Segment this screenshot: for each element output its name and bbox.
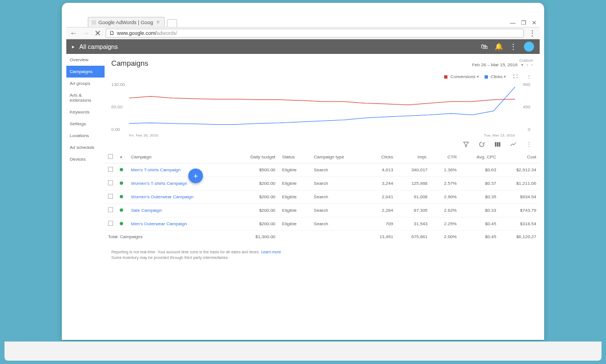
column-header[interactable]: Campaign type: [310, 151, 365, 163]
cell-ctr: 2.57%: [431, 177, 460, 190]
date-range-label: Custom: [472, 58, 533, 62]
status-dot-icon: [120, 208, 123, 212]
tab-close-icon[interactable]: ×: [155, 19, 161, 25]
sidebar-item-keywords[interactable]: Keywords: [66, 106, 105, 118]
expand-chart-icon[interactable]: ⛶: [512, 74, 519, 79]
svg-text:Tue, Mar 15, 2016: Tue, Mar 15, 2016: [484, 133, 515, 137]
legend-conversions[interactable]: Conversions ▾: [444, 74, 478, 79]
app-menu-icon[interactable]: ⋮: [509, 43, 517, 51]
column-header[interactable]: CTR: [431, 151, 460, 163]
window-maximize[interactable]: ❐: [521, 20, 526, 26]
svg-rect-8: [495, 142, 497, 147]
column-header[interactable]: Cost: [500, 151, 540, 163]
chart-menu-icon[interactable]: ⋮: [525, 74, 533, 79]
cell-cost: $934.54: [500, 190, 540, 204]
sidebar-item-ad-groups[interactable]: Ad groups: [66, 78, 105, 89]
refresh-icon[interactable]: [478, 141, 486, 148]
column-header[interactable]: Daily budget: [231, 151, 279, 163]
table-menu-icon[interactable]: ⋮: [525, 141, 533, 148]
briefcase-icon[interactable]: 🛍: [480, 43, 488, 51]
add-campaign-fab[interactable]: +: [188, 169, 203, 183]
back-button[interactable]: ←: [70, 29, 78, 38]
new-tab-button[interactable]: [167, 19, 177, 27]
status-dot-icon: [120, 195, 123, 198]
cell-impr: 31,543: [396, 217, 431, 231]
campaign-link[interactable]: Women's Outerwear Campaign: [131, 194, 193, 199]
sidebar-item-locations[interactable]: Locations: [66, 130, 105, 142]
url-path: adwords/: [157, 30, 178, 36]
chart: 130.00 65.00 0.00 900 450 0 Fri, Feb 26,…: [105, 81, 540, 138]
cell-ctr: 2.25%: [431, 217, 460, 231]
cell-budget: $200.00: [231, 204, 279, 217]
sidebar-toggle-icon[interactable]: ▸: [72, 44, 75, 49]
tab-title: Google AdWords | Goog: [98, 20, 153, 25]
column-header[interactable]: Clicks: [366, 151, 397, 163]
svg-text:0.00: 0.00: [111, 127, 120, 131]
date-range-picker[interactable]: Feb 26 – Mar 15, 2016: [472, 62, 518, 67]
cell-impr: 91,008: [396, 190, 431, 204]
date-dropdown-icon[interactable]: ▾: [521, 62, 523, 67]
campaign-link[interactable]: Men's T-shirts Campaign: [131, 167, 180, 172]
table-row: Sale Campaign $200.00 Eligible Search 2,…: [105, 204, 540, 217]
campaign-link[interactable]: Women's T-shirts Campaign: [131, 181, 187, 186]
avatar[interactable]: [524, 42, 534, 52]
column-header[interactable]: Impr.: [396, 151, 431, 163]
select-all-checkbox[interactable]: [108, 154, 113, 159]
secure-icon: 🗋: [110, 30, 115, 36]
forward-button[interactable]: →: [82, 29, 90, 38]
sidebar-item-ad-schedule[interactable]: Ad schedule: [66, 142, 105, 153]
column-header[interactable]: [105, 151, 116, 163]
legend-clicks[interactable]: Clicks ▾: [485, 74, 506, 79]
cell-cpc: $0.45: [460, 217, 499, 231]
filter-icon[interactable]: [462, 141, 470, 148]
cell-status: Eligible: [279, 190, 311, 204]
column-header[interactable]: ●: [116, 151, 128, 163]
cell-ctr: 1.36%: [431, 163, 460, 177]
row-checkbox[interactable]: [108, 180, 113, 185]
column-header[interactable]: Avg. CPC: [460, 151, 499, 163]
cell-cpc: $0.63: [460, 163, 499, 177]
browser-tab[interactable]: Google AdWords | Goog ×: [88, 17, 165, 27]
sidebar-item-settings[interactable]: Settings: [66, 118, 105, 130]
chart-type-icon[interactable]: [509, 141, 517, 148]
sidebar-item-ads-extensions[interactable]: Ads & extensions: [66, 89, 105, 106]
campaign-link[interactable]: Sale Campaign: [131, 208, 162, 213]
window-minimize[interactable]: —: [510, 20, 515, 26]
svg-text:130.00: 130.00: [111, 82, 125, 87]
row-checkbox[interactable]: [108, 221, 113, 226]
sidebar-item-devices[interactable]: Devices: [66, 153, 105, 165]
cell-impr: 340,017: [396, 163, 431, 177]
row-checkbox[interactable]: [108, 194, 113, 199]
column-header[interactable]: Status: [279, 151, 311, 163]
cell-budget: $200.00: [231, 190, 279, 204]
learn-more-link[interactable]: Learn more: [261, 250, 281, 254]
address-bar[interactable]: 🗋 www.google.com/adwords/: [106, 29, 524, 38]
sidebar-item-overview[interactable]: Overview: [66, 54, 105, 66]
cell-ctr: 2.90%: [431, 190, 460, 204]
cell-clicks: 709: [366, 217, 397, 231]
row-checkbox[interactable]: [108, 207, 113, 212]
svg-rect-9: [497, 142, 499, 147]
window-close[interactable]: ✕: [532, 20, 536, 26]
column-header[interactable]: Campaign: [128, 151, 231, 163]
cell-type: Search: [310, 177, 365, 190]
row-checkbox[interactable]: [108, 167, 113, 172]
cell-impr: 125,988: [396, 177, 431, 190]
date-next-icon[interactable]: ›: [531, 62, 533, 67]
cell-type: Search: [310, 204, 365, 217]
reload-button[interactable]: ✕: [94, 29, 101, 38]
header-title: All campaigns: [79, 43, 117, 50]
browser-menu-button[interactable]: ⋮: [528, 29, 536, 38]
cell-type: Search: [310, 190, 365, 204]
sidebar-item-campaigns[interactable]: Campaigns: [66, 66, 105, 78]
cell-cpc: $0.35: [460, 190, 499, 204]
cell-cost: $1,211.06: [500, 177, 540, 190]
svg-text:Fri, Feb 26, 2016: Fri, Feb 26, 2016: [129, 133, 159, 137]
date-prev-icon[interactable]: ‹: [527, 62, 528, 67]
cell-cost: $2,912.34: [500, 163, 540, 177]
bell-icon[interactable]: 🔔: [495, 43, 503, 51]
campaigns-table: ●CampaignDaily budgetStatusCampaign type…: [105, 151, 540, 243]
columns-icon[interactable]: [494, 141, 501, 148]
campaign-link[interactable]: Men's Outerwear Campaign: [131, 221, 187, 226]
status-dot-icon: [120, 168, 123, 171]
